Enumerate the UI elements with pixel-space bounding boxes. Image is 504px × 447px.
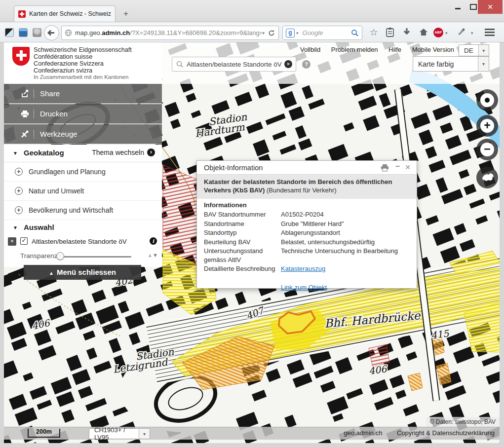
- layer-info-icon[interactable]: i: [150, 237, 157, 245]
- addon-dropdown-icon[interactable]: ▾: [471, 31, 473, 36]
- catalog-item-bevoelkerung[interactable]: + Bevölkerung und Wirtschaft: [4, 201, 162, 220]
- page-content: Stadion Hardturm Bhf. Hardbrücke Stadion…: [4, 42, 500, 443]
- extension-icon-3[interactable]: [33, 28, 41, 37]
- link-vollbild[interactable]: Vollbild: [300, 46, 320, 53]
- bookmark-star-icon[interactable]: ☆: [368, 27, 380, 38]
- close-popup-icon[interactable]: ✕: [405, 163, 411, 171]
- printer-icon: [20, 110, 30, 118]
- transparency-slider-thumb[interactable]: [56, 252, 64, 260]
- change-theme-link[interactable]: Thema wechseln ›: [92, 149, 155, 156]
- sidebar-item-drucken[interactable]: Drucken: [4, 104, 162, 124]
- adblock-plus-icon[interactable]: ABP: [433, 28, 443, 37]
- transparency-slider-track[interactable]: [59, 256, 131, 258]
- popup-body: Informationen BAV Standortnummer A01502-…: [204, 201, 410, 292]
- sidebar-item-share[interactable]: Share: [4, 84, 162, 104]
- chevron-right-icon: ›: [147, 149, 155, 156]
- header-links: Vollbild Problem melden Hilfe Mobile Ver…: [291, 46, 454, 53]
- remove-layer-button[interactable]: ✕: [8, 237, 16, 246]
- abp-dropdown-icon[interactable]: ▾: [445, 31, 448, 36]
- info-label: Standortname: [204, 220, 279, 228]
- magnifier-icon[interactable]: [351, 29, 359, 37]
- transparency-row: Transparenz ▲▼: [4, 250, 162, 264]
- home-icon[interactable]: [418, 27, 429, 38]
- catalog-item-natur[interactable]: + Natur und Umwelt: [4, 182, 162, 201]
- window-titlebar: Karten der Schweiz - Schweize... + ✕: [0, 0, 504, 22]
- selection-header[interactable]: ▼ Auswahl: [4, 220, 162, 236]
- copyright-link[interactable]: Copyright & Datenschutzerklärung: [397, 429, 495, 437]
- browser-toolbar: map.geo.admin.ch/?X=249138.11&Y=680698.2…: [0, 22, 504, 42]
- map-style-select[interactable]: Karte farbig ▾: [413, 56, 489, 72]
- object-link[interactable]: Link zum Objekt: [281, 284, 327, 291]
- tools-icon: [20, 130, 30, 138]
- layer-label: Altlasten/belastete Standorte öV: [32, 238, 127, 245]
- print-icon[interactable]: [381, 164, 389, 174]
- close-menu-button[interactable]: ▲Menü schliessen: [24, 265, 141, 280]
- tab-title: Karten der Schweiz - Schweize...: [29, 10, 111, 17]
- back-button[interactable]: [44, 25, 59, 40]
- engine-dropdown-icon[interactable]: ▾: [296, 31, 299, 36]
- map-search-box[interactable]: ✕: [172, 57, 296, 72]
- geoadmin-link[interactable]: geo.admin.ch: [344, 429, 382, 437]
- chevron-down-icon: ▾: [478, 57, 489, 71]
- link-problem-melden[interactable]: Problem melden: [331, 46, 378, 53]
- info-label: Beurteilung BAV: [204, 238, 279, 247]
- expand-plus-icon[interactable]: +: [15, 168, 23, 176]
- layer-checkbox[interactable]: ✓: [20, 237, 28, 245]
- move-down-icon: ▼: [153, 252, 158, 258]
- back-arrow-icon: [44, 26, 59, 40]
- info-label: BAV Standortnummer: [204, 210, 279, 219]
- divider: [34, 130, 34, 139]
- window-minimize-button[interactable]: [450, 0, 465, 14]
- extension-icon-2[interactable]: [19, 28, 28, 37]
- addon-icon[interactable]: [455, 27, 467, 38]
- section-title: Informationen: [204, 201, 410, 209]
- popup-header[interactable]: Objekt-Information – ✕: [197, 161, 417, 175]
- kataster-auszug-link[interactable]: Katasterauszug: [281, 265, 325, 272]
- popup-layer-title: Kataster der belasteten Standorte im Ber…: [197, 175, 417, 199]
- clear-search-icon[interactable]: ✕: [284, 60, 292, 68]
- browser-tab[interactable]: Karten der Schweiz - Schweize...: [14, 5, 116, 22]
- window-close-button[interactable]: ✕: [478, 0, 503, 14]
- info-value: Belastet, untersuchungsbedürftig: [281, 238, 410, 247]
- browser-search-bar[interactable]: g ▾ Google: [282, 26, 362, 40]
- site-globe-icon: [65, 29, 72, 37]
- expand-plus-icon[interactable]: +: [15, 187, 23, 195]
- maximize-icon: [470, 4, 477, 10]
- zoom-out-button[interactable]: −: [476, 139, 498, 160]
- google-engine-icon[interactable]: g: [286, 29, 295, 37]
- new-tab-button[interactable]: +: [119, 8, 132, 19]
- zoom-to-switzerland-button[interactable]: [476, 167, 498, 188]
- info-label: Detaillierte Beschreibung: [204, 264, 279, 273]
- url-bar[interactable]: map.geo.admin.ch/?X=249138.11&Y=680698.2…: [61, 26, 279, 40]
- site-header-left: Schweizerische Eidgenossenschaft Confédé…: [4, 42, 162, 84]
- geolocate-button[interactable]: [476, 89, 498, 111]
- link-mobile-version[interactable]: Mobile Version: [412, 46, 454, 53]
- reload-icon[interactable]: [268, 29, 275, 37]
- layer-order-arrows[interactable]: ▲▼: [147, 252, 158, 258]
- browser-window: Karten der Schweiz - Schweize... + ✕ map…: [0, 0, 504, 447]
- bookmarks-clipboard-icon[interactable]: [384, 27, 396, 38]
- sidebar-item-werkzeuge[interactable]: Werkzeuge: [4, 124, 162, 144]
- org-line: Confédération suisse: [34, 53, 92, 61]
- minimize-icon: [455, 8, 461, 9]
- zoom-in-button[interactable]: +: [476, 115, 498, 137]
- minimize-popup-icon[interactable]: –: [395, 162, 400, 171]
- info-value: Grube "Mittlerer Hard": [281, 220, 410, 228]
- org-line: Confederaziun svizra: [34, 67, 92, 74]
- url-dropdown-icon[interactable]: ▾: [262, 31, 265, 36]
- language-select[interactable]: DE ▾: [459, 44, 489, 56]
- url-text: map.geo.admin.ch/?X=249138.11&Y=680698.2…: [75, 29, 262, 37]
- search-help-icon[interactable]: ?: [302, 60, 310, 69]
- chevron-down-icon: ▾: [478, 45, 489, 56]
- extension-icon-1[interactable]: [5, 28, 14, 37]
- search-input[interactable]: [186, 60, 284, 69]
- link-hilfe[interactable]: Hilfe: [388, 46, 401, 53]
- downloads-icon[interactable]: [401, 27, 413, 38]
- expand-plus-icon[interactable]: +: [15, 206, 23, 214]
- menu-hamburger-icon[interactable]: [485, 29, 496, 37]
- catalog-item-grundlagen[interactable]: + Grundlagen und Planung: [4, 162, 162, 182]
- projection-select[interactable]: CH1903+ / LV95 ▾: [89, 428, 150, 439]
- geocatalog-header[interactable]: ▼ Geokatalog Thema wechseln ›: [4, 145, 162, 162]
- search-icon: [176, 61, 184, 68]
- info-value: A01502-P0204: [281, 210, 410, 219]
